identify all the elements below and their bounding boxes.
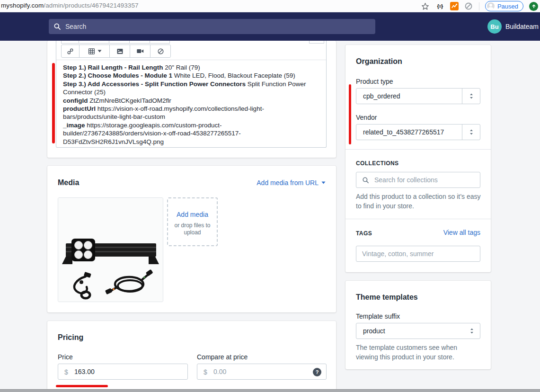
profile-paused-button[interactable]: Paused [485,1,523,11]
image-icon [116,47,124,55]
price-input[interactable] [58,364,187,379]
collections-helper-text: Add this product to a collection so it’s… [356,192,482,211]
search-icon [362,177,370,184]
pricing-card: Pricing Price $ Compare at price $ ? [47,321,336,389]
stepper-arrows-icon [469,327,475,335]
uploader-extension-icon[interactable] [529,2,538,11]
stepper-segment[interactable] [462,89,480,104]
toolbar-ghost-button [61,41,79,44]
analytics-extension-icon[interactable] [450,2,459,10]
shopify-topbar: Bu Buildateam [0,12,540,41]
rich-text-editor[interactable]: Step 1.) Rail Length - Rail Length 20" R… [56,41,327,148]
url-host: myshopify.com [1,2,44,9]
description-line: Step 2.) Choose Modules - Module 1 White… [63,71,319,80]
section-divider [345,219,491,219]
help-icon[interactable]: ? [313,368,321,376]
description-line: Step 3.) Add Accessories - Split Functio… [63,80,319,97]
currency-prefix: $ [204,368,207,376]
stepper-arrows-icon [469,128,474,136]
currency-prefix: $ [64,368,68,376]
search-icon [53,23,62,31]
price-field: $ [58,364,188,380]
price-label: Price [58,353,73,361]
media-heading: Media [58,178,79,187]
organization-heading: Organization [356,57,402,66]
description-line: _image https://storage.googleapis.com/cu… [63,121,319,146]
clear-formatting-icon [157,47,165,55]
global-search-field[interactable] [49,19,375,34]
chevron-down-icon [97,50,102,53]
template-suffix-label: Template suffix [356,312,400,320]
user-avatar[interactable]: Bu [487,19,502,34]
view-all-tags-link[interactable]: View all tags [443,229,480,236]
section-divider [345,149,491,150]
global-search-input[interactable] [65,23,371,30]
add-media-from-url-button[interactable]: Add media from URL [257,179,326,187]
table-icon [88,47,96,55]
template-suffix-select[interactable]: product [356,323,480,339]
account-menu[interactable]: Bu Buildateam [487,12,539,41]
collections-search-field [356,172,480,188]
product-type-label: Product type [356,78,393,85]
insert-link-button[interactable] [62,45,80,57]
insert-image-button[interactable] [110,45,130,57]
browser-toolbar-icons: {≡} Paused [421,0,540,12]
vendor-label: Vendor [356,114,377,121]
toolbar-row-1-cutoff-right [309,41,324,44]
description-line: configId ZtZmNreBtCKgekITadOM2flr [63,97,319,105]
description-textarea[interactable]: Step 1.) Rail Length - Rail Length 20" R… [56,60,326,148]
link-icon [66,47,74,55]
add-media-from-url-label: Add media from URL [257,179,319,187]
add-media-dropzone[interactable]: Add media or drop files to upload [167,197,218,246]
pricing-heading: Pricing [58,333,83,342]
vendor-select[interactable]: related_to_4538277265517 [356,124,480,140]
media-card: Media Add media from URL [47,166,336,312]
annotation-red-bar-organization [349,84,351,144]
compare-at-price-input[interactable] [197,364,326,379]
collections-search-input[interactable] [356,172,480,187]
tags-input[interactable] [356,246,480,261]
add-media-label[interactable]: Add media [168,211,217,218]
toolbar-row-1-cutoff [61,41,170,44]
clear-formatting-button[interactable] [150,45,170,57]
shopify-product-admin-page: myshopify.com/admin/products/46794214933… [0,0,540,392]
toolbar-ghost-button [130,41,150,44]
tags-field [356,246,480,262]
bottom-edge-strip [0,389,540,392]
product-media-thumbnail[interactable] [58,197,163,302]
toolbar-divider [479,2,479,10]
drop-files-hint: or drop files to upload [168,222,217,236]
tags-heading: TAGS [356,230,372,237]
template-suffix-helper-text: The template customers see when viewing … [356,343,469,362]
toolbar-ghost-button [79,41,109,44]
annotation-red-underline-price [56,385,108,387]
toolbar-ghost-button [150,41,170,44]
theme-templates-heading: Theme templates [356,293,418,302]
compare-at-price-label: Compare at price [197,353,248,361]
insert-video-button[interactable] [130,45,150,57]
bookmark-star-icon[interactable] [421,2,430,11]
toolbar-ghost-button [109,41,130,44]
stepper-arrows-icon [469,92,474,100]
description-line: productUrl https://vision-x-off-road.mys… [63,105,319,121]
browser-address-bar[interactable]: myshopify.com/admin/products/46794214933… [0,0,540,12]
product-type-value: cpb_ordered [356,92,462,100]
stepper-arrows [464,327,480,335]
insert-table-button[interactable] [80,45,110,57]
json-formatter-extension-icon[interactable]: {≡} [435,2,444,11]
product-type-select[interactable]: cpb_ordered [356,88,480,104]
url-path: /admin/products/4679421493357 [44,2,138,9]
url-text[interactable]: myshopify.com/admin/products/46794214933… [1,2,139,9]
template-suffix-value: product [356,327,464,335]
profile-avatar-icon [487,2,495,10]
description-line: Step 1.) Rail Length - Rail Length 20" R… [63,63,319,71]
stepper-segment[interactable] [462,125,480,140]
toolbar-ghost-button [309,41,324,44]
disabled-extension-icon[interactable] [464,2,473,11]
light-bar-product-image [58,198,163,302]
compare-at-price-field: $ ? [197,364,327,380]
annotation-red-bar-description [52,63,55,143]
user-name: Buildateam [505,23,539,30]
paused-label: Paused [497,3,518,10]
vendor-value: related_to_4538277265517 [356,128,462,136]
